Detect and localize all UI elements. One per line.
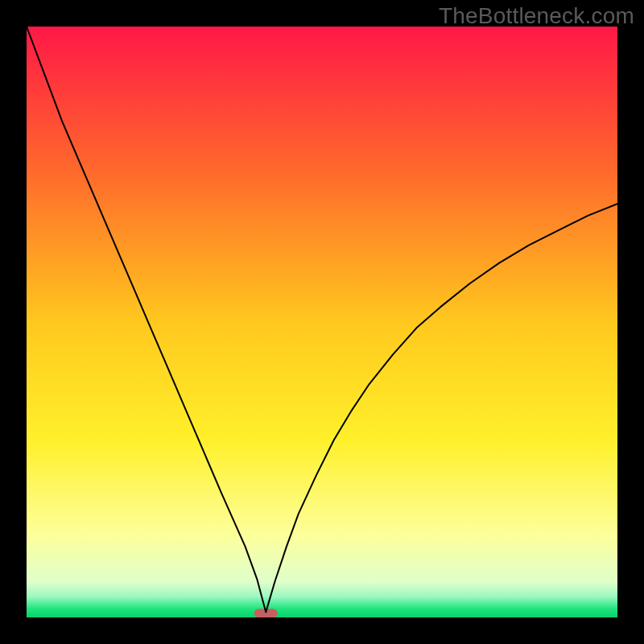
chart-frame: TheBottleneck.com xyxy=(0,0,644,644)
watermark-text: TheBottleneck.com xyxy=(439,3,634,29)
chart-svg xyxy=(27,27,617,617)
gradient-background xyxy=(27,27,617,617)
plot-area xyxy=(27,27,617,617)
